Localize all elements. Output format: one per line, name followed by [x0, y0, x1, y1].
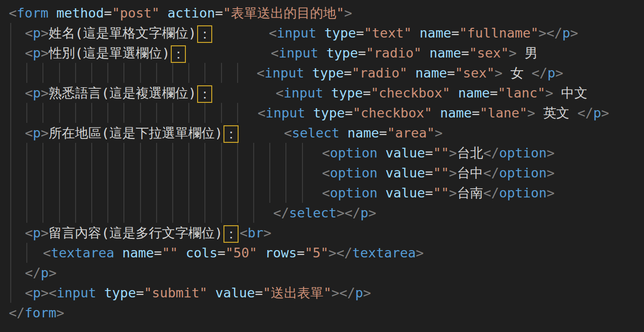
bracket-token: </: [483, 185, 499, 200]
indent-guide: [188, 103, 189, 123]
operator-token: =: [344, 65, 352, 80]
indent-guide: [91, 143, 92, 163]
tag-token: input: [57, 285, 96, 300]
bracket-token: </: [273, 205, 289, 220]
indent-guide: [156, 183, 157, 203]
indent-guide: [75, 143, 76, 163]
bracket-token: >: [49, 265, 57, 280]
indent-guide: [59, 103, 60, 123]
operator-token: [340, 125, 347, 140]
tag-token: p: [355, 285, 363, 300]
indent-guide: [302, 163, 303, 183]
indent-guide: [156, 103, 157, 123]
operator-token: [450, 85, 458, 100]
indent-guide: [91, 163, 92, 183]
code-segment: </select></p>: [273, 203, 376, 223]
bracket-token: <: [25, 225, 33, 240]
string-token: "lane": [480, 105, 527, 120]
code-segment: <input type="checkbox" name="lane"> 英文 <…: [258, 103, 609, 123]
bracket-token: <: [258, 105, 265, 120]
indent-guide: [253, 203, 254, 223]
string-token: "50": [225, 245, 257, 260]
tag-token: p: [563, 25, 570, 40]
string-token: "checkbox": [371, 85, 450, 100]
attribute-token: name: [122, 245, 154, 260]
code-segment: <select name="area">: [284, 123, 443, 143]
indent-guide: [237, 203, 238, 223]
tag-token: p: [593, 105, 601, 120]
operator-token: [257, 245, 265, 260]
indent-guide: [10, 223, 11, 243]
indent-guide: [172, 143, 173, 163]
tag-token: option: [330, 185, 378, 200]
indent-guide: [10, 163, 11, 183]
bracket-token: >: [546, 185, 554, 200]
bracket-token: >: [546, 165, 554, 180]
indent-guide: [188, 203, 189, 223]
operator-token: [432, 105, 440, 120]
indent-guide: [10, 23, 11, 43]
bracket-token: </: [9, 305, 25, 320]
indent-guide: [75, 163, 76, 183]
operator-token: =: [363, 85, 371, 100]
code-segment: <input type="radio" name="sex"> 女 </p>: [257, 63, 564, 83]
bracket-token: >: [41, 285, 49, 300]
operator-token: [305, 105, 313, 120]
operator-token: =: [154, 245, 162, 260]
indent-guide: [172, 103, 173, 123]
bracket-token: >: [344, 5, 352, 20]
operator-token: =: [104, 5, 112, 20]
indent-guide: [42, 183, 43, 203]
indent-guide: [26, 143, 27, 163]
indent-guide: [26, 63, 27, 83]
indent-guide: [204, 203, 205, 223]
indent-guide: [10, 63, 11, 83]
attribute-token: value: [385, 145, 425, 160]
indent-guide: [204, 63, 205, 83]
tag-token: input: [279, 45, 318, 60]
bracket-token: </: [344, 205, 361, 220]
indent-guide: [59, 63, 60, 83]
attribute-token: rows: [265, 245, 297, 260]
indent-guide: [75, 183, 76, 203]
bracket-token: </: [578, 105, 594, 120]
indent-guide: [91, 103, 92, 123]
indent-guide: [107, 163, 108, 183]
indent-guide: [140, 163, 141, 183]
bracket-token: >: [331, 285, 339, 300]
operator-token: =: [472, 105, 480, 120]
bracket-token: >: [509, 45, 517, 60]
text-token: 姓名(這是單格文字欄位): [49, 25, 197, 40]
indent-guide: [140, 143, 141, 163]
indent-guide: [172, 63, 173, 83]
string-token: "表單送出的目的地": [223, 5, 344, 20]
indent-guide: [285, 143, 286, 163]
indent-guide: [140, 183, 141, 203]
bracket-token: <: [322, 165, 330, 180]
bracket-token: </: [483, 165, 499, 180]
tag-token: br: [248, 225, 264, 240]
indent-guide: [10, 203, 11, 223]
code-segment: <textarea name="" cols="50" rows="5"></t…: [43, 243, 423, 263]
indent-guide: [237, 183, 238, 203]
operator-token: [412, 25, 420, 40]
string-token: "submit": [144, 285, 207, 300]
indent-guide: [140, 103, 141, 123]
indent-guide: [221, 163, 222, 183]
indent-guide: [156, 203, 157, 223]
tag-token: form: [25, 305, 57, 320]
code-editor[interactable]: <form method="post" action="表單送出的目的地"><p…: [0, 0, 644, 332]
code-segment: <input type="checkbox" name="lanc"> 中文: [276, 83, 587, 103]
indent-guide: [188, 143, 189, 163]
operator-token: [160, 5, 167, 20]
operator-token: =: [447, 65, 455, 80]
string-token: "": [433, 145, 449, 160]
bracket-token: >: [546, 145, 554, 160]
bracket-token: </: [483, 145, 499, 160]
code-segment: <p><input type="submit" value="送出表單"></p…: [25, 283, 371, 303]
bracket-token: >: [449, 145, 457, 160]
tag-token: p: [33, 125, 40, 140]
indent-guide: [140, 63, 141, 83]
string-token: "": [162, 245, 178, 260]
bracket-token: >: [435, 125, 443, 140]
